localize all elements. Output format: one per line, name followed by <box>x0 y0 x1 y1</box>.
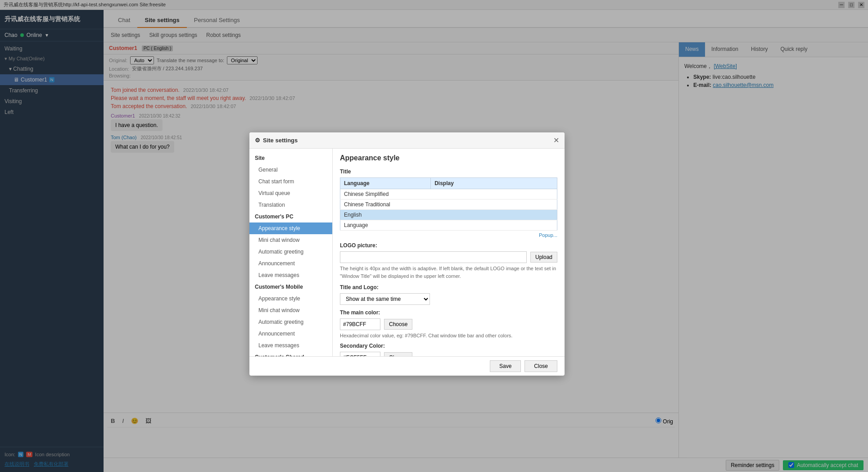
display-simplified[interactable] <box>431 189 557 200</box>
table-row[interactable]: English <box>340 210 557 220</box>
settings-icon: ⚙ <box>255 137 260 144</box>
lang-english: English <box>340 210 431 220</box>
logo-hint-text: The height is 40px and the width is adap… <box>340 265 557 280</box>
display-input-english[interactable] <box>434 212 553 218</box>
col-display: Display <box>431 178 557 189</box>
logo-label: LOGO picture: <box>340 242 557 249</box>
display-english[interactable] <box>431 210 557 220</box>
main-color-input[interactable] <box>340 318 380 330</box>
modal-save-btn[interactable]: Save <box>490 360 521 372</box>
modal-nav-mobile-announcement[interactable]: Announcement <box>249 328 332 340</box>
modal-nav-mobile-mini-chat[interactable]: Mini chat window <box>249 304 332 316</box>
modal-close-btn[interactable]: ✕ <box>553 136 559 145</box>
modal-content-title: Appearance style <box>340 154 557 162</box>
upload-btn[interactable]: Upload <box>530 252 557 263</box>
modal-nav-auto-greeting[interactable]: Automatic greeting <box>249 246 332 258</box>
display-input-extra[interactable] <box>434 222 553 228</box>
modal-nav-mini-chat-window[interactable]: Mini chat window <box>249 234 332 246</box>
main-color-label: The main color: <box>340 309 557 316</box>
secondary-color-choose-btn[interactable]: Choose <box>384 352 412 356</box>
popup-link[interactable]: Popup... <box>340 232 557 238</box>
modal-sidebar: Site General Chat start form Virtual que… <box>249 149 333 356</box>
main-color-row: Choose <box>340 318 557 330</box>
modal-body: Site General Chat start form Virtual que… <box>249 149 565 356</box>
modal-section-customer-mobile: Customer's Mobile <box>249 281 332 293</box>
secondary-color-label: Secondary Color: <box>340 343 557 349</box>
modal-content: Appearance style Title Language Display … <box>333 149 565 356</box>
modal-section-customer-shared: Customer's Shared <box>249 351 332 356</box>
secondary-color-input[interactable] <box>340 352 380 356</box>
modal-close-bottom-btn[interactable]: Close <box>524 360 557 372</box>
modal-nav-translation[interactable]: Translation <box>249 199 332 211</box>
lang-traditional: Chinese Traditional <box>340 200 431 210</box>
lang-simplified: Chinese Simplified <box>340 189 431 200</box>
modal-nav-mobile-auto-greeting[interactable]: Automatic greeting <box>249 316 332 328</box>
modal-footer: Save Close <box>249 356 565 376</box>
title-logo-select[interactable]: Show at the same time Show title only Sh… <box>340 293 430 305</box>
col-language: Language <box>340 178 431 189</box>
table-row[interactable]: Chinese Simplified <box>340 189 557 200</box>
display-traditional[interactable] <box>431 200 557 210</box>
modal-nav-virtual-queue[interactable]: Virtual queue <box>249 187 332 199</box>
title-logo-label: Title and Logo: <box>340 284 557 290</box>
modal-title: ⚙ Site settings <box>255 137 298 144</box>
display-input-traditional[interactable] <box>434 201 553 208</box>
modal-nav-chat-start-form[interactable]: Chat start form <box>249 176 332 187</box>
modal-header: ⚙ Site settings ✕ <box>249 132 565 149</box>
logo-input-field[interactable] <box>340 251 527 263</box>
lang-extra: Language <box>340 220 431 231</box>
table-row[interactable]: Chinese Traditional <box>340 200 557 210</box>
site-settings-modal: ⚙ Site settings ✕ Site General Chat star… <box>249 132 565 376</box>
modal-nav-mobile-appearance[interactable]: Appearance style <box>249 293 332 304</box>
modal-section-site: Site <box>249 152 332 164</box>
modal-nav-appearance-style[interactable]: Appearance style <box>249 222 332 234</box>
title-section-label: Title <box>340 168 557 175</box>
logo-input-row: Upload <box>340 251 557 263</box>
display-input-simplified[interactable] <box>434 191 553 197</box>
table-row[interactable]: Language <box>340 220 557 231</box>
main-color-hint: Hexadecimal color value, eg: #79BCFF. Ch… <box>340 333 557 338</box>
title-table: Language Display Chinese Simplified Chin… <box>340 177 557 231</box>
modal-nav-announcement[interactable]: Announcement <box>249 258 332 269</box>
modal-nav-mobile-leave-messages[interactable]: Leave messages <box>249 340 332 351</box>
title-logo-dropdown-row: Show at the same time Show title only Sh… <box>340 293 557 305</box>
modal-nav-leave-messages[interactable]: Leave messages <box>249 269 332 281</box>
modal-section-customer-pc: Customer's PC <box>249 211 332 222</box>
display-extra[interactable] <box>431 220 557 231</box>
modal-overlay: ⚙ Site settings ✕ Site General Chat star… <box>0 0 868 472</box>
logo-section: LOGO picture: Upload The height is 40px … <box>340 242 557 280</box>
secondary-color-row: Choose <box>340 352 557 356</box>
main-color-choose-btn[interactable]: Choose <box>384 319 412 330</box>
modal-nav-general[interactable]: General <box>249 164 332 176</box>
